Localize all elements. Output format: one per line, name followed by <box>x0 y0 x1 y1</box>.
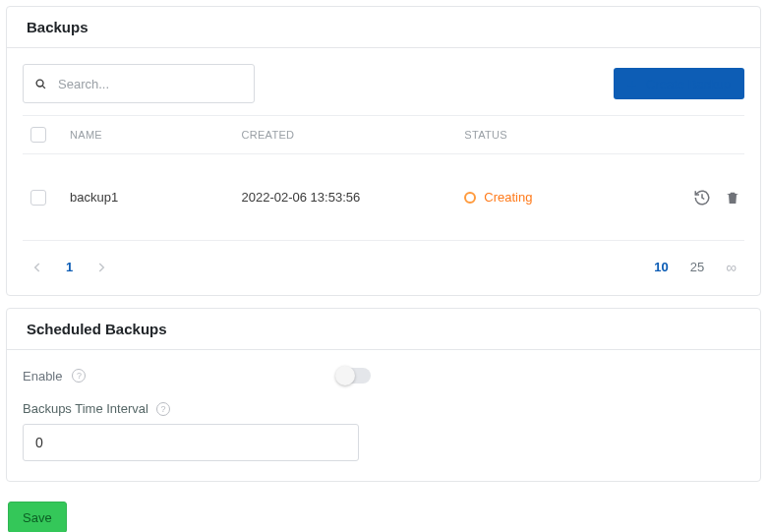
col-name: NAME <box>70 129 241 141</box>
row-actions <box>662 189 740 207</box>
interval-label: Backups Time Interval <box>23 401 148 416</box>
scheduled-card: Scheduled Backups Enable ? Backups Time … <box>6 308 761 482</box>
cell-status: Creating <box>464 190 662 205</box>
toggle-knob <box>335 366 355 385</box>
backups-card: Backups + Create Backup NAME CREATED STA… <box>6 6 761 296</box>
help-icon[interactable]: ? <box>72 369 86 383</box>
pagination-sizes: 10 25 ∞ <box>654 259 737 275</box>
cell-created: 2022-02-06 13:53:56 <box>241 190 464 205</box>
pagesize-infinite[interactable]: ∞ <box>726 259 737 275</box>
interval-input[interactable] <box>23 424 359 461</box>
trash-icon[interactable] <box>725 189 740 207</box>
pagesize-25[interactable]: 25 <box>690 260 704 274</box>
save-button[interactable]: Save <box>8 502 67 532</box>
row-checkbox[interactable] <box>30 190 46 206</box>
backups-title: Backups <box>7 7 760 48</box>
svg-point-0 <box>36 80 43 87</box>
status-circle-icon <box>464 192 476 204</box>
history-icon[interactable] <box>693 189 711 207</box>
cell-name: backup1 <box>70 190 241 205</box>
table-header: NAME CREATED STATUS <box>23 115 744 154</box>
select-all-checkbox[interactable] <box>30 127 46 143</box>
enable-toggle[interactable] <box>337 368 371 384</box>
create-backup-label: Create Backup <box>646 77 731 91</box>
enable-label: Enable <box>23 369 62 384</box>
next-page-icon[interactable] <box>94 261 108 274</box>
table-row: backup1 2022-02-06 13:53:56 Creating <box>23 154 744 241</box>
svg-line-1 <box>42 86 45 89</box>
backups-body: + Create Backup NAME CREATED STATUS back… <box>7 48 760 295</box>
interval-label-row: Backups Time Interval ? <box>23 401 744 416</box>
prev-page-icon[interactable] <box>30 261 44 274</box>
pagesize-10[interactable]: 10 <box>654 260 668 274</box>
status-text: Creating <box>484 190 532 205</box>
backups-table: NAME CREATED STATUS backup1 2022-02-06 1… <box>23 115 744 241</box>
col-status: STATUS <box>464 129 662 141</box>
enable-row: Enable ? <box>23 368 744 384</box>
plus-icon: + <box>627 77 636 91</box>
search-input[interactable] <box>58 77 244 91</box>
help-icon[interactable]: ? <box>156 402 170 416</box>
pagination: 1 10 25 ∞ <box>23 241 744 279</box>
backups-toolbar: + Create Backup <box>23 64 744 103</box>
page-current[interactable]: 1 <box>66 260 73 274</box>
scheduled-title: Scheduled Backups <box>7 309 760 350</box>
scheduled-body: Enable ? Backups Time Interval ? <box>7 350 760 481</box>
search-icon <box>33 76 48 92</box>
search-wrap <box>23 64 255 103</box>
pagination-pages: 1 <box>30 260 108 274</box>
create-backup-button[interactable]: + Create Backup <box>614 68 744 99</box>
col-created: CREATED <box>241 129 464 141</box>
